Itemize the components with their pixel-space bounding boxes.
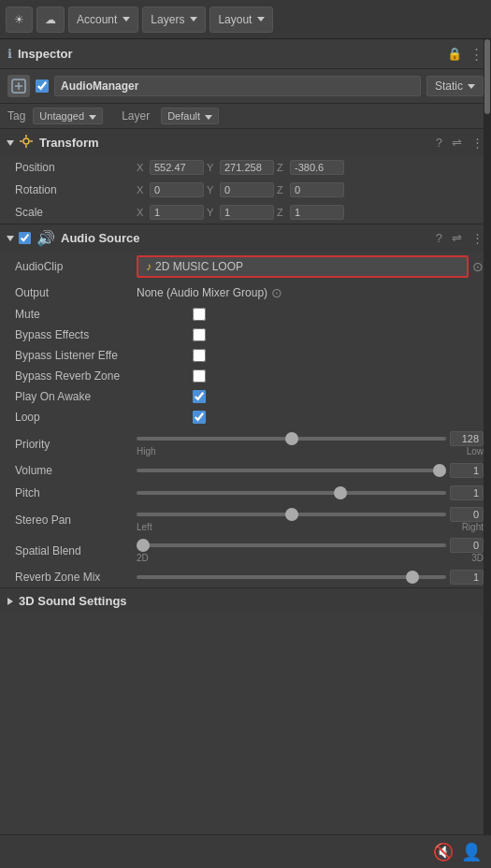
transform-menu-icon[interactable]: ⋮ xyxy=(471,136,484,150)
scale-label: Scale xyxy=(15,206,137,219)
transform-arrow-icon xyxy=(7,140,14,146)
transform-tune-icon[interactable]: ⇌ xyxy=(452,136,462,150)
bypass-effects-checkbox[interactable] xyxy=(193,328,206,341)
static-dropdown[interactable]: Static xyxy=(426,76,484,96)
bypass-listener-checkbox[interactable] xyxy=(193,349,206,362)
3d-sound-arrow-icon xyxy=(7,598,13,605)
scale-z-label: Z xyxy=(277,207,288,218)
priority-value-input[interactable] xyxy=(450,431,484,446)
layout-chevron-icon xyxy=(257,17,265,22)
audio-source-arrow-icon xyxy=(7,236,14,241)
pos-z-label: Z xyxy=(277,162,288,173)
audioclip-label: AudioClip xyxy=(15,260,137,273)
scrollbar[interactable] xyxy=(484,39,491,834)
pos-x-input[interactable] xyxy=(150,160,204,175)
sun-icon: ☀ xyxy=(14,13,24,26)
loop-checkbox[interactable] xyxy=(193,411,206,424)
stereo-hint-left: Left xyxy=(137,522,152,532)
scale-x-input[interactable] xyxy=(150,205,204,220)
position-label: Position xyxy=(15,161,137,174)
rot-z-input[interactable] xyxy=(290,182,344,197)
spatial-blend-slider[interactable] xyxy=(137,543,446,547)
layout-dropdown[interactable]: Layout xyxy=(209,7,273,33)
bottom-bar: 🔇 👤 xyxy=(0,834,491,868)
audioclip-row: AudioClip ♪ 2D MUSIC LOOP ⊙ xyxy=(0,252,491,282)
scale-z-input[interactable] xyxy=(290,205,344,220)
position-row: Position X Y Z xyxy=(0,156,491,179)
stereo-pan-value-input[interactable] xyxy=(450,507,484,522)
rotation-row: Rotation X Y Z xyxy=(0,179,491,201)
tag-select[interactable]: Untagged xyxy=(33,108,103,124)
sun-button[interactable]: ☀ xyxy=(6,7,33,33)
reverb-zone-row: Reverb Zone Mix xyxy=(0,565,491,587)
mute-checkbox[interactable] xyxy=(193,308,206,321)
scale-y-input[interactable] xyxy=(220,205,274,220)
rot-x-input[interactable] xyxy=(150,182,204,197)
scale-x-label: X xyxy=(137,207,148,218)
audio-source-header[interactable]: 🔊 Audio Source ? ⇌ ⋮ xyxy=(0,224,491,252)
bypass-effects-row: Bypass Effects xyxy=(0,325,491,345)
spatial-blend-label: Spatial Blend xyxy=(15,544,137,557)
reverb-zone-label: Reverb Zone Mix xyxy=(15,571,137,584)
pitch-slider[interactable] xyxy=(137,491,446,495)
bypass-reverb-checkbox[interactable] xyxy=(193,369,206,383)
bypass-listener-label: Bypass Listener Effe xyxy=(15,349,193,362)
stereo-pan-slider[interactable] xyxy=(137,513,446,516)
transform-help-icon[interactable]: ? xyxy=(436,136,442,150)
layer-select[interactable]: Default xyxy=(161,108,219,124)
cloud-button[interactable]: ☁ xyxy=(36,7,65,33)
bypass-reverb-label: Bypass Reverb Zone xyxy=(15,369,193,383)
tag-chevron-icon xyxy=(89,115,96,120)
reverb-zone-slider[interactable] xyxy=(137,575,446,579)
volume-slider[interactable] xyxy=(137,469,446,472)
output-target-icon[interactable]: ⊙ xyxy=(271,285,282,300)
position-xyz: X Y Z xyxy=(137,160,484,175)
account-chevron-icon xyxy=(123,17,130,22)
reverb-zone-value-input[interactable] xyxy=(450,570,484,585)
inspector-title: Inspector xyxy=(18,47,447,61)
lock-icon[interactable]: 🔒 xyxy=(447,47,462,61)
pitch-value-input[interactable] xyxy=(450,485,484,500)
object-icon xyxy=(7,75,30,97)
spatial-blend-value-input[interactable] xyxy=(450,538,484,553)
spatial-hint-right: 3D xyxy=(471,553,484,563)
audio-source-help-icon[interactable]: ? xyxy=(436,231,442,245)
inspector-menu-icon[interactable]: ⋮ xyxy=(469,46,484,63)
play-on-awake-checkbox[interactable] xyxy=(193,390,206,403)
audio-source-tune-icon[interactable]: ⇌ xyxy=(452,231,462,245)
audioclip-target-icon[interactable]: ⊙ xyxy=(472,259,484,274)
pos-x-label: X xyxy=(137,162,148,173)
pitch-row: Pitch xyxy=(0,481,491,503)
audio-source-enabled-checkbox[interactable] xyxy=(19,232,31,244)
spatial-blend-slider-container: 2D 3D xyxy=(137,538,484,563)
transform-section: Transform ? ⇌ ⋮ Position X Y Z Rotation … xyxy=(0,129,491,224)
spatial-hint-left: 2D xyxy=(137,553,149,563)
object-name-input[interactable] xyxy=(54,76,421,96)
volume-value-input[interactable] xyxy=(450,463,484,478)
object-active-checkbox[interactable] xyxy=(36,80,49,93)
3d-sound-settings-section[interactable]: 3D Sound Settings xyxy=(0,588,491,614)
scroll-thumb[interactable] xyxy=(484,39,490,114)
rot-x-label: X xyxy=(137,184,148,195)
audio-source-menu-icon[interactable]: ⋮ xyxy=(471,231,484,245)
3d-sound-title: 3D Sound Settings xyxy=(19,594,127,608)
inspector-header: ℹ Inspector 🔒 ⋮ xyxy=(0,39,491,69)
priority-slider[interactable] xyxy=(137,437,446,441)
audio-note-icon: ♪ xyxy=(146,260,152,273)
scale-xyz: X Y Z xyxy=(137,205,484,220)
priority-hint-left: High xyxy=(137,446,156,456)
layout-label: Layout xyxy=(218,13,252,26)
volume-label: Volume xyxy=(15,464,137,477)
mute-label: Mute xyxy=(15,308,193,321)
volume-row: Volume xyxy=(0,458,491,481)
transform-header[interactable]: Transform ? ⇌ ⋮ xyxy=(0,129,491,156)
priority-hint-right: Low xyxy=(467,446,484,456)
rot-y-input[interactable] xyxy=(220,182,274,197)
pos-y-input[interactable] xyxy=(220,160,274,175)
rot-z-label: Z xyxy=(277,184,288,195)
account-dropdown[interactable]: Account xyxy=(68,7,138,33)
audioclip-button[interactable]: ♪ 2D MUSIC LOOP xyxy=(137,255,469,278)
layers-dropdown[interactable]: Layers xyxy=(142,7,206,33)
pos-z-input[interactable] xyxy=(290,160,344,175)
pitch-slider-container xyxy=(137,485,484,500)
